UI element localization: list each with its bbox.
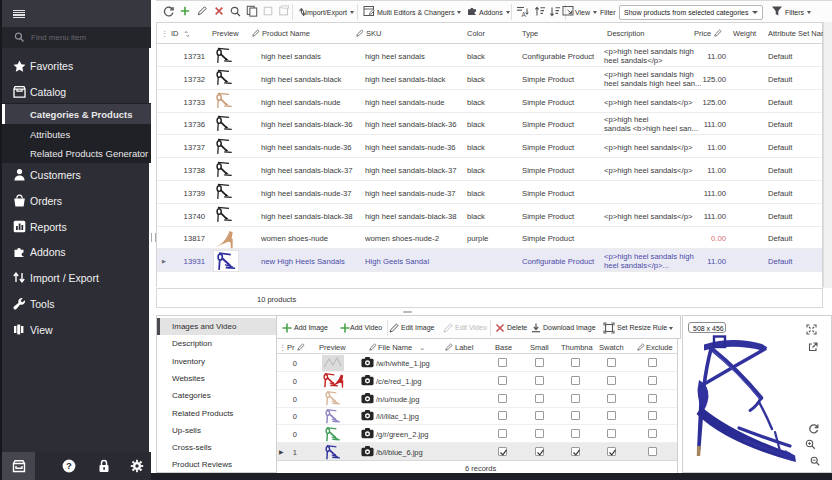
svg-text:A: A — [522, 10, 527, 17]
svg-text:?: ? — [66, 460, 72, 471]
